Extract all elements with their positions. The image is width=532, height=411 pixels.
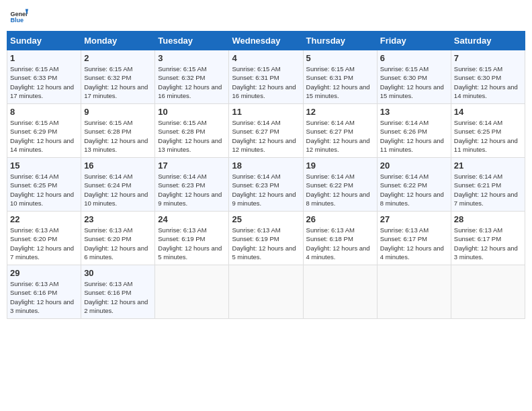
day-info: Sunrise: 6:14 AM Sunset: 6:26 PM Dayligh… — [380, 118, 448, 154]
calendar-table: Sunday Monday Tuesday Wednesday Thursday… — [7, 31, 525, 319]
calendar-cell: 15 Sunrise: 6:14 AM Sunset: 6:25 PM Dayl… — [7, 158, 81, 212]
col-thursday: Thursday — [303, 32, 377, 50]
calendar-cell: 14 Sunrise: 6:14 AM Sunset: 6:25 PM Dayl… — [451, 104, 525, 158]
calendar-cell: 22 Sunrise: 6:13 AM Sunset: 6:20 PM Dayl… — [7, 212, 81, 265]
day-number: 14 — [454, 107, 522, 117]
day-info: Sunrise: 6:14 AM Sunset: 6:22 PM Dayligh… — [306, 172, 374, 208]
day-info: Sunrise: 6:14 AM Sunset: 6:23 PM Dayligh… — [158, 172, 226, 208]
day-number: 13 — [380, 107, 448, 117]
calendar-cell: 27 Sunrise: 6:13 AM Sunset: 6:17 PM Dayl… — [377, 212, 451, 265]
day-number: 28 — [454, 214, 522, 224]
day-number: 5 — [306, 53, 374, 63]
calendar-cell — [451, 265, 525, 319]
calendar-cell: 28 Sunrise: 6:13 AM Sunset: 6:17 PM Dayl… — [451, 212, 525, 265]
calendar-cell — [155, 265, 229, 319]
day-number: 10 — [158, 107, 226, 117]
day-info: Sunrise: 6:13 AM Sunset: 6:17 PM Dayligh… — [454, 226, 522, 261]
day-info: Sunrise: 6:13 AM Sunset: 6:20 PM Dayligh… — [84, 226, 152, 261]
logo: General Blue — [9, 7, 30, 26]
col-sunday: Sunday — [7, 32, 81, 50]
calendar-cell — [377, 265, 451, 319]
calendar-cell: 18 Sunrise: 6:14 AM Sunset: 6:23 PM Dayl… — [229, 158, 303, 212]
day-info: Sunrise: 6:13 AM Sunset: 6:19 PM Dayligh… — [232, 226, 300, 261]
calendar-cell: 7 Sunrise: 6:15 AM Sunset: 6:30 PM Dayli… — [451, 50, 525, 104]
day-number: 4 — [232, 53, 300, 63]
day-info: Sunrise: 6:13 AM Sunset: 6:20 PM Dayligh… — [10, 226, 78, 261]
svg-text:Blue: Blue — [10, 17, 24, 24]
calendar-cell: 19 Sunrise: 6:14 AM Sunset: 6:22 PM Dayl… — [303, 158, 377, 212]
calendar-cell: 24 Sunrise: 6:13 AM Sunset: 6:19 PM Dayl… — [155, 212, 229, 265]
day-number: 29 — [10, 268, 78, 278]
col-tuesday: Tuesday — [155, 32, 229, 50]
calendar-cell: 30 Sunrise: 6:13 AM Sunset: 6:16 PM Dayl… — [81, 265, 155, 319]
calendar-cell: 9 Sunrise: 6:15 AM Sunset: 6:28 PM Dayli… — [81, 104, 155, 158]
page-header: General Blue — [7, 7, 525, 26]
day-number: 20 — [380, 161, 448, 171]
calendar-cell: 26 Sunrise: 6:13 AM Sunset: 6:18 PM Dayl… — [303, 212, 377, 265]
col-saturday: Saturday — [451, 32, 525, 50]
day-number: 23 — [84, 214, 152, 224]
calendar-cell: 20 Sunrise: 6:14 AM Sunset: 6:22 PM Dayl… — [377, 158, 451, 212]
day-info: Sunrise: 6:15 AM Sunset: 6:32 PM Dayligh… — [84, 64, 152, 100]
day-number: 27 — [380, 214, 448, 224]
day-info: Sunrise: 6:14 AM Sunset: 6:24 PM Dayligh… — [84, 172, 152, 208]
day-info: Sunrise: 6:14 AM Sunset: 6:27 PM Dayligh… — [232, 118, 300, 154]
calendar-cell: 5 Sunrise: 6:15 AM Sunset: 6:31 PM Dayli… — [303, 50, 377, 104]
col-wednesday: Wednesday — [229, 32, 303, 50]
calendar-cell: 1 Sunrise: 6:15 AM Sunset: 6:33 PM Dayli… — [7, 50, 81, 104]
calendar-cell: 13 Sunrise: 6:14 AM Sunset: 6:26 PM Dayl… — [377, 104, 451, 158]
day-info: Sunrise: 6:15 AM Sunset: 6:30 PM Dayligh… — [380, 64, 448, 100]
day-info: Sunrise: 6:14 AM Sunset: 6:23 PM Dayligh… — [232, 172, 300, 208]
day-number: 22 — [10, 214, 78, 224]
calendar-week-row: 29 Sunrise: 6:13 AM Sunset: 6:16 PM Dayl… — [7, 265, 525, 319]
day-info: Sunrise: 6:13 AM Sunset: 6:19 PM Dayligh… — [158, 226, 226, 261]
day-number: 9 — [84, 107, 152, 117]
calendar-header-row: Sunday Monday Tuesday Wednesday Thursday… — [7, 32, 525, 50]
day-info: Sunrise: 6:15 AM Sunset: 6:32 PM Dayligh… — [158, 64, 226, 100]
calendar-cell: 25 Sunrise: 6:13 AM Sunset: 6:19 PM Dayl… — [229, 212, 303, 265]
calendar-week-row: 8 Sunrise: 6:15 AM Sunset: 6:29 PM Dayli… — [7, 104, 525, 158]
calendar-cell — [229, 265, 303, 319]
day-number: 15 — [10, 161, 78, 171]
day-number: 17 — [158, 161, 226, 171]
day-info: Sunrise: 6:13 AM Sunset: 6:16 PM Dayligh… — [84, 279, 152, 315]
day-number: 3 — [158, 53, 226, 63]
day-info: Sunrise: 6:13 AM Sunset: 6:17 PM Dayligh… — [380, 226, 448, 261]
day-number: 8 — [10, 107, 78, 117]
calendar-cell: 16 Sunrise: 6:14 AM Sunset: 6:24 PM Dayl… — [81, 158, 155, 212]
day-info: Sunrise: 6:15 AM Sunset: 6:28 PM Dayligh… — [158, 118, 226, 154]
day-info: Sunrise: 6:13 AM Sunset: 6:18 PM Dayligh… — [306, 226, 374, 261]
day-number: 25 — [232, 214, 300, 224]
day-number: 6 — [380, 53, 448, 63]
day-number: 26 — [306, 214, 374, 224]
day-number: 21 — [454, 161, 522, 171]
day-number: 1 — [10, 53, 78, 63]
col-friday: Friday — [377, 32, 451, 50]
calendar-cell: 2 Sunrise: 6:15 AM Sunset: 6:32 PM Dayli… — [81, 50, 155, 104]
calendar-cell: 10 Sunrise: 6:15 AM Sunset: 6:28 PM Dayl… — [155, 104, 229, 158]
day-number: 19 — [306, 161, 374, 171]
day-number: 11 — [232, 107, 300, 117]
col-monday: Monday — [81, 32, 155, 50]
day-info: Sunrise: 6:15 AM Sunset: 6:31 PM Dayligh… — [306, 64, 374, 100]
logo-icon: General Blue — [9, 7, 28, 26]
calendar-cell: 17 Sunrise: 6:14 AM Sunset: 6:23 PM Dayl… — [155, 158, 229, 212]
day-info: Sunrise: 6:15 AM Sunset: 6:33 PM Dayligh… — [10, 64, 78, 100]
calendar-week-row: 22 Sunrise: 6:13 AM Sunset: 6:20 PM Dayl… — [7, 212, 525, 265]
calendar-cell — [303, 265, 377, 319]
day-info: Sunrise: 6:15 AM Sunset: 6:31 PM Dayligh… — [232, 64, 300, 100]
calendar-cell: 4 Sunrise: 6:15 AM Sunset: 6:31 PM Dayli… — [229, 50, 303, 104]
day-info: Sunrise: 6:14 AM Sunset: 6:27 PM Dayligh… — [306, 118, 374, 154]
day-number: 18 — [232, 161, 300, 171]
calendar-week-row: 1 Sunrise: 6:15 AM Sunset: 6:33 PM Dayli… — [7, 50, 525, 104]
calendar-cell: 23 Sunrise: 6:13 AM Sunset: 6:20 PM Dayl… — [81, 212, 155, 265]
day-number: 12 — [306, 107, 374, 117]
calendar-week-row: 15 Sunrise: 6:14 AM Sunset: 6:25 PM Dayl… — [7, 158, 525, 212]
day-info: Sunrise: 6:15 AM Sunset: 6:30 PM Dayligh… — [454, 64, 522, 100]
calendar-cell: 6 Sunrise: 6:15 AM Sunset: 6:30 PM Dayli… — [377, 50, 451, 104]
day-info: Sunrise: 6:14 AM Sunset: 6:25 PM Dayligh… — [454, 118, 522, 154]
calendar-cell: 21 Sunrise: 6:14 AM Sunset: 6:21 PM Dayl… — [451, 158, 525, 212]
calendar-cell: 8 Sunrise: 6:15 AM Sunset: 6:29 PM Dayli… — [7, 104, 81, 158]
calendar-cell: 3 Sunrise: 6:15 AM Sunset: 6:32 PM Dayli… — [155, 50, 229, 104]
day-info: Sunrise: 6:14 AM Sunset: 6:21 PM Dayligh… — [454, 172, 522, 208]
